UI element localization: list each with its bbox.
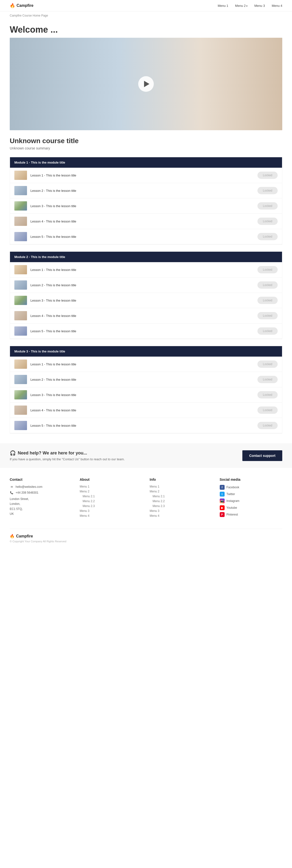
nav-menu-2[interactable]: Menu 2 xyxy=(235,4,248,7)
module-1-header: Module 1 - This is the module title xyxy=(10,157,282,168)
module-2: Module 2 - This is the module title Less… xyxy=(10,251,282,339)
footer-info-link[interactable]: Menu 2.2 xyxy=(150,499,213,503)
locked-button[interactable]: Locked xyxy=(257,172,278,179)
contact-support-button[interactable]: Contact support xyxy=(242,450,282,461)
lesson-row[interactable]: Lesson 4 - This is the lesson title Lock… xyxy=(10,308,282,323)
footer-about-link[interactable]: Menu 2.2 xyxy=(80,499,142,503)
logo-text: Campfire xyxy=(17,3,33,8)
locked-button[interactable]: Locked xyxy=(257,328,278,335)
lesson-thumb xyxy=(14,311,27,320)
locked-button[interactable]: Locked xyxy=(257,297,278,304)
nav-menu-1[interactable]: Menu 1 xyxy=(218,4,228,7)
logo-icon: 🔥 xyxy=(10,3,15,8)
video-player[interactable] xyxy=(10,38,282,130)
nav-menu-3[interactable]: Menu 3 xyxy=(254,4,265,7)
footer-logo-icon: 🔥 xyxy=(10,534,14,538)
nav-menu-4[interactable]: Menu 4 xyxy=(272,4,282,7)
locked-button[interactable]: Locked xyxy=(257,202,278,210)
footer-info-link[interactable]: Menu 2 xyxy=(150,490,213,493)
locked-button[interactable]: Locked xyxy=(257,266,278,273)
social-instagram[interactable]: 📷 Instagram xyxy=(220,498,283,503)
footer-about-title: About xyxy=(80,477,142,482)
locked-button[interactable]: Locked xyxy=(257,218,278,225)
twitter-icon: t xyxy=(220,492,225,497)
lesson-thumb xyxy=(14,280,27,290)
lesson-row[interactable]: Lesson 3 - This is the lesson title Lock… xyxy=(10,293,282,308)
lesson-thumb xyxy=(14,296,27,305)
lesson-row[interactable]: Lesson 1 - This is the lesson title Lock… xyxy=(10,262,282,278)
lesson-thumb xyxy=(14,327,27,336)
footer-info-link[interactable]: Menu 1 xyxy=(150,485,213,488)
lesson-row[interactable]: Lesson 3 - This is the lesson title Lock… xyxy=(10,198,282,214)
instagram-icon: 📷 xyxy=(220,498,225,503)
lesson-row[interactable]: Lesson 2 - This is the lesson title Lock… xyxy=(10,372,282,387)
lesson-row[interactable]: Lesson 2 - This is the lesson title Lock… xyxy=(10,183,282,198)
lesson-row[interactable]: Lesson 4 - This is the lesson title Lock… xyxy=(10,403,282,418)
lesson-row[interactable]: Lesson 1 - This is the lesson title Lock… xyxy=(10,356,282,372)
lesson-thumb xyxy=(14,360,27,369)
locked-button[interactable]: Locked xyxy=(257,233,278,240)
headphone-icon: 🎧 xyxy=(10,450,16,456)
footer-info-col: Info Menu 1 Menu 2 Menu 2.1 Menu 2.2 Men… xyxy=(150,477,213,519)
footer-logo: 🔥 Campfire xyxy=(10,534,282,538)
social-youtube[interactable]: ▶ Youtube xyxy=(220,505,283,510)
navbar: 🔥 Campfire Menu 1 Menu 2 Menu 3 Menu 4 xyxy=(0,0,292,11)
module-1: Module 1 - This is the module title Less… xyxy=(10,157,282,245)
module-3-header: Module 3 - This is the module title xyxy=(10,346,282,356)
footer-about-link[interactable]: Menu 2.3 xyxy=(80,504,142,508)
footer-social-title: Social media xyxy=(220,477,283,482)
footer-info-link[interactable]: Menu 3 xyxy=(150,509,213,513)
footer-grid: Contact ✉ hello@websites.com 📞 +44 208 5… xyxy=(10,477,282,519)
navbar-links: Menu 1 Menu 2 Menu 3 Menu 4 xyxy=(218,4,282,7)
play-button[interactable] xyxy=(138,76,154,92)
footer-about-link[interactable]: Menu 2.1 xyxy=(80,495,142,498)
footer-info-link[interactable]: Menu 2.3 xyxy=(150,504,213,508)
support-heading: 🎧 Need help? We are here for you... xyxy=(10,450,125,456)
lesson-row[interactable]: Lesson 1 - This is the lesson title Lock… xyxy=(10,168,282,183)
lesson-row[interactable]: Lesson 4 - This is the lesson title Lock… xyxy=(10,214,282,229)
lesson-thumb xyxy=(14,186,27,195)
footer-contact-col: Contact ✉ hello@websites.com 📞 +44 208 5… xyxy=(10,477,72,519)
footer-info-link[interactable]: Menu 4 xyxy=(150,514,213,518)
lesson-row[interactable]: Lesson 5 - This is the lesson title Lock… xyxy=(10,418,282,433)
footer-about-link[interactable]: Menu 2 xyxy=(80,490,142,493)
lesson-thumb xyxy=(14,405,27,415)
footer-about-link[interactable]: Menu 1 xyxy=(80,485,142,488)
breadcrumb: Campfire Course Home Page xyxy=(0,11,292,20)
social-twitter[interactable]: t Twitter xyxy=(220,492,283,497)
locked-button[interactable]: Locked xyxy=(257,361,278,368)
welcome-title: Welcome ... xyxy=(10,20,282,38)
lesson-row[interactable]: Lesson 5 - This is the lesson title Lock… xyxy=(10,229,282,244)
footer-copyright: © Copyright Your Company All Rights Rese… xyxy=(10,540,282,543)
support-text: If you have a question, simply hit the "… xyxy=(10,457,125,461)
lesson-thumb xyxy=(14,421,27,430)
social-pinterest[interactable]: P Pinterest xyxy=(220,512,283,517)
lesson-thumb xyxy=(14,170,27,180)
youtube-icon: ▶ xyxy=(220,505,225,510)
footer-social-col: Social media f Facebook t Twitter 📷 Inst… xyxy=(220,477,283,519)
locked-button[interactable]: Locked xyxy=(257,391,278,399)
footer-email-item: ✉ hello@websites.com xyxy=(10,485,72,489)
footer-about-link[interactable]: Menu 3 xyxy=(80,509,142,513)
lesson-row[interactable]: Lesson 3 - This is the lesson title Lock… xyxy=(10,387,282,403)
footer-phone-item: 📞 +44 208 5648301 xyxy=(10,491,72,495)
course-title: Unknown course title xyxy=(10,137,282,145)
lesson-thumb xyxy=(14,265,27,274)
footer-about-col: About Menu 1 Menu 2 Menu 2.1 Menu 2.2 Me… xyxy=(80,477,142,519)
footer-contact-title: Contact xyxy=(10,477,72,482)
locked-button[interactable]: Locked xyxy=(257,422,278,429)
locked-button[interactable]: Locked xyxy=(257,281,278,289)
main-content: Welcome ... Unknown course title Unknown… xyxy=(0,20,292,434)
facebook-icon: f xyxy=(220,485,225,490)
navbar-logo[interactable]: 🔥 Campfire xyxy=(10,3,33,8)
locked-button[interactable]: Locked xyxy=(257,187,278,194)
social-facebook[interactable]: f Facebook xyxy=(220,485,283,490)
footer-about-link[interactable]: Menu 4 xyxy=(80,514,142,518)
footer-info-link[interactable]: Menu 2.1 xyxy=(150,495,213,498)
locked-button[interactable]: Locked xyxy=(257,312,278,319)
locked-button[interactable]: Locked xyxy=(257,406,278,414)
locked-button[interactable]: Locked xyxy=(257,376,278,383)
lesson-row[interactable]: Lesson 5 - This is the lesson title Lock… xyxy=(10,323,282,339)
email-icon: ✉ xyxy=(10,485,13,489)
lesson-row[interactable]: Lesson 2 - This is the lesson title Lock… xyxy=(10,278,282,293)
